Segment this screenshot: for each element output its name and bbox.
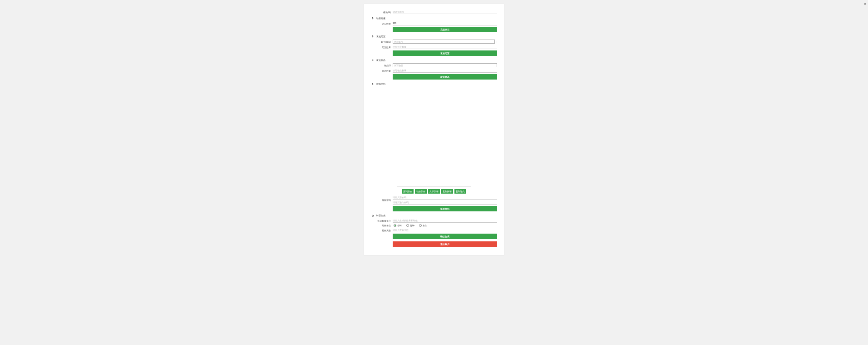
item-send-button[interactable]: 发送物品 (393, 74, 497, 80)
pwd-confirm-input[interactable] (393, 200, 497, 205)
module-input[interactable] (393, 10, 497, 14)
dollar-icon: $ (371, 17, 375, 20)
radio-minute[interactable]: 分钟 (406, 224, 414, 227)
gold-account-label: 账号(UID) (371, 40, 393, 43)
diamond-amount-label: 钻石数量 (371, 22, 393, 25)
section-clock-title: 时空生成 (376, 214, 385, 217)
clock-term-label: 时效单位 (371, 224, 393, 227)
section-clock: ◷ 时空生成 (371, 214, 497, 217)
item-id-label: 物品ID (371, 64, 393, 67)
gold-send-button[interactable]: 发送元宝 (393, 50, 497, 56)
module-label: 模块(M) (371, 11, 393, 14)
section-password-title: 游戏密码 (376, 82, 385, 85)
radio-hour-label: 小时 (397, 224, 402, 227)
radio-forever[interactable]: 永久 (419, 224, 427, 227)
clock-days-input[interactable] (393, 228, 497, 232)
mini-btn-4[interactable]: 复制输入 (454, 189, 466, 194)
clock-days-label: 有效天数 (371, 229, 393, 232)
section-password: $ 游戏密码 (371, 82, 497, 85)
clock-remark-label: 生成数量备注 (371, 220, 393, 222)
clock-remark-input[interactable] (393, 219, 497, 223)
radio-minute-label: 分钟 (410, 224, 414, 227)
pwd-new-label: 修改密码 (371, 199, 393, 201)
clock-term-radios: 小时 分钟 永久 (394, 224, 497, 227)
item-count-input[interactable] (393, 69, 497, 73)
section-gold-title: 发送元宝 (376, 35, 385, 38)
logout-button[interactable]: 退出账户 (393, 241, 497, 247)
section-diamond-title: 钻石充值 (376, 17, 385, 20)
mini-btn-2[interactable]: 文字加密 (428, 189, 440, 194)
pwd-new-input[interactable] (393, 195, 497, 200)
password-textarea[interactable] (397, 87, 471, 186)
clock-confirm-button[interactable]: 确认生成 (393, 234, 497, 239)
admin-form-panel: 模块(M) $ 钻石充值 钻石数量 充值钻石 $ 发送元宝 账号(UID) | … (364, 4, 504, 255)
clock-icon: ◷ (371, 214, 375, 217)
gold-amount-input[interactable] (393, 45, 497, 49)
section-item-title: 发送物品 (376, 59, 385, 61)
dollar-icon: $ (371, 82, 375, 85)
radio-forever-label: 永久 (423, 224, 427, 227)
link-icon: ⚭ (371, 59, 375, 61)
scroll-up-indicator: ▴ (862, 0, 868, 6)
section-gold: $ 发送元宝 (371, 35, 497, 38)
mini-btn-1[interactable]: 粘贴加密 (415, 189, 427, 194)
module-row: 模块(M) (371, 10, 497, 14)
item-count-label: 物品数量 (371, 70, 393, 72)
item-id-input[interactable] (393, 63, 497, 67)
divider-icon: | (497, 40, 497, 43)
diamond-recharge-button[interactable]: 充值钻石 (393, 27, 497, 32)
mini-btn-0[interactable]: 复制加密 (402, 189, 414, 194)
section-item: ⚭ 发送物品 (371, 59, 497, 61)
pwd-change-button[interactable]: 修改密码 (393, 206, 497, 211)
gold-amount-label: 元宝数量 (371, 46, 393, 49)
password-toolbar: 复制加密 粘贴加密 文字加密 复制解密 复制输入 (371, 189, 497, 194)
section-diamond: $ 钻石充值 (371, 17, 497, 20)
diamond-amount-input[interactable] (393, 21, 497, 25)
radio-hour[interactable]: 小时 (394, 224, 402, 227)
gold-account-input[interactable] (393, 40, 495, 44)
dollar-icon: $ (371, 35, 375, 38)
mini-btn-3[interactable]: 复制解密 (441, 189, 453, 194)
